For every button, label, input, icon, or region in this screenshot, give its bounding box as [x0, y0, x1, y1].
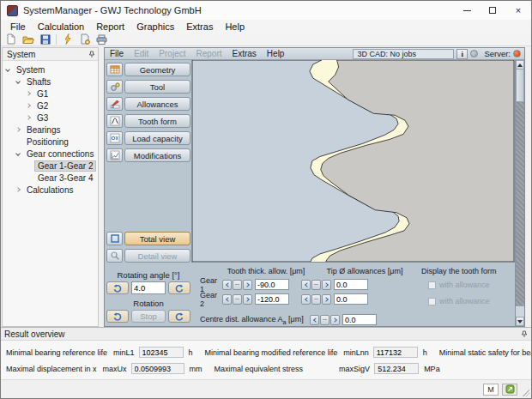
- gear1-tooth-decrease-button[interactable]: [222, 280, 232, 290]
- rotate-ccw-icon: [112, 311, 123, 322]
- tree-item-bearings[interactable]: Bearings: [3, 124, 98, 136]
- menu-extras[interactable]: Extras: [180, 20, 219, 33]
- result-min-bearing-life: Minimal bearing reference life minL1 h: [6, 347, 193, 358]
- geometry-button[interactable]: Geometry: [124, 63, 190, 76]
- rotate-ccw-button[interactable]: [106, 281, 129, 294]
- gear1-tip-reset-button[interactable]: [311, 280, 321, 290]
- tree-item-calculations[interactable]: Calculations: [3, 184, 98, 196]
- pin-icon[interactable]: [88, 51, 95, 58]
- centre-dist-reset-button[interactable]: [320, 315, 329, 325]
- gear2-tip-decrease-button[interactable]: [301, 294, 311, 305]
- chevron-right-icon[interactable]: [26, 103, 31, 108]
- tree-item-gear1-gear2[interactable]: Gear 1-Gear 2: [3, 160, 98, 172]
- tree-item-gear3-gear4[interactable]: Gear 3-Gear 4: [3, 172, 98, 184]
- tree-item-g2[interactable]: G2: [3, 100, 98, 112]
- modifications-button[interactable]: Modifications: [124, 148, 190, 162]
- chevron-right-icon[interactable]: [15, 127, 21, 132]
- gear2-tooth-increase-button[interactable]: [243, 294, 252, 305]
- magnifier-icon: [110, 251, 120, 261]
- info-icon: i: [462, 50, 464, 58]
- tooth-form-button[interactable]: Tooth form: [124, 114, 190, 128]
- tooth-form-icon-button[interactable]: [106, 114, 123, 128]
- load-capacity-button[interactable]: Load capacity: [124, 131, 190, 145]
- open-button[interactable]: [21, 33, 35, 45]
- scroll-up-button[interactable]: [516, 60, 524, 70]
- total-view-button[interactable]: Total view: [124, 232, 190, 245]
- gear2-tip-increase-button[interactable]: [322, 294, 331, 305]
- gear2-tip-allowance-input[interactable]: [334, 293, 368, 305]
- gv-menu-file[interactable]: File: [105, 49, 129, 58]
- close-button[interactable]: ×: [505, 1, 531, 20]
- rotation-ccw-button[interactable]: [106, 310, 129, 323]
- resize-grip[interactable]: [523, 390, 529, 396]
- new-document-button[interactable]: [3, 33, 18, 45]
- tree-item-g3[interactable]: G3: [3, 112, 98, 124]
- maximize-button[interactable]: [480, 1, 505, 20]
- info-button[interactable]: i: [456, 49, 468, 59]
- gear1-tooth-increase-button[interactable]: [243, 280, 252, 290]
- scrollbar-track[interactable]: [516, 102, 524, 305]
- allowances-button[interactable]: Allowances: [124, 97, 190, 111]
- gear1-tip-increase-button[interactable]: [322, 280, 331, 290]
- centre-dist-increase-button[interactable]: [330, 315, 340, 325]
- geometry-icon-button[interactable]: [106, 63, 123, 76]
- menu-file[interactable]: File: [4, 20, 32, 33]
- gear2-tooth-decrease-button[interactable]: [222, 294, 232, 305]
- m-status-button[interactable]: M: [483, 384, 499, 396]
- menu-graphics[interactable]: Graphics: [130, 20, 180, 33]
- print-button[interactable]: [94, 33, 109, 45]
- centre-distance-allowance-input[interactable]: [342, 314, 377, 325]
- dash-icon: [323, 319, 327, 321]
- chevron-right-icon[interactable]: [15, 187, 21, 192]
- gear1-tip-allowance-input[interactable]: [334, 279, 368, 290]
- minimize-button[interactable]: [454, 1, 480, 20]
- scrollbar-track-end[interactable]: [516, 305, 524, 317]
- report-button[interactable]: [77, 33, 92, 45]
- allowances-icon-button[interactable]: [106, 97, 123, 111]
- chevron-right-icon[interactable]: [26, 115, 31, 120]
- gv-menu-extras[interactable]: Extras: [227, 49, 262, 58]
- tool-button[interactable]: Tool: [124, 80, 190, 94]
- scrollbar-thumb[interactable]: [516, 70, 524, 102]
- gear2-allowance-row: Gear 2: [200, 292, 408, 306]
- tool-icon-button[interactable]: [106, 80, 123, 94]
- rotating-angle-input[interactable]: [131, 281, 166, 294]
- gear2-tip-reset-button[interactable]: [311, 294, 321, 305]
- total-view-icon-button[interactable]: [106, 232, 123, 245]
- tree-item-system[interactable]: System: [3, 63, 98, 76]
- sync-status-button[interactable]: [502, 384, 517, 396]
- dash-icon: [314, 284, 318, 286]
- chevron-down-icon[interactable]: [15, 79, 21, 84]
- chevron-right-icon[interactable]: [26, 91, 31, 96]
- tree-item-g1[interactable]: G1: [3, 88, 98, 100]
- save-button[interactable]: [38, 33, 52, 45]
- scroll-down-button[interactable]: [516, 317, 524, 326]
- tree-item-gear-connections[interactable]: Gear connections: [3, 148, 98, 160]
- rotate-cw-button[interactable]: [168, 281, 190, 294]
- gv-menu-help[interactable]: Help: [262, 49, 290, 58]
- menu-calculation[interactable]: Calculation: [32, 20, 90, 33]
- chevron-down-icon[interactable]: [15, 151, 21, 156]
- tree-item-shafts[interactable]: Shafts: [3, 76, 98, 88]
- modifications-icon-button[interactable]: [106, 148, 123, 162]
- minimize-icon: [463, 10, 471, 11]
- pin-icon[interactable]: [521, 330, 528, 338]
- gear1-tooth-reset-button[interactable]: [233, 280, 242, 290]
- calculate-button[interactable]: [60, 33, 75, 45]
- modifications-icon: [110, 150, 120, 160]
- detail-view-icon-button[interactable]: [106, 249, 123, 263]
- display-tooth-form-group: Display the tooth form with allowance wi…: [421, 267, 497, 326]
- gear1-tooth-allowance-input[interactable]: [255, 279, 289, 290]
- menu-report[interactable]: Report: [90, 20, 130, 33]
- gear2-tooth-allowance-input[interactable]: [255, 293, 289, 305]
- gear2-tooth-reset-button[interactable]: [233, 294, 242, 305]
- gear1-tip-decrease-button[interactable]: [301, 280, 311, 290]
- tip-allowances-header: Tip Ø allowances [μm]: [322, 267, 408, 277]
- centre-dist-decrease-button[interactable]: [310, 315, 319, 325]
- tree-item-positioning[interactable]: Positioning: [3, 136, 98, 148]
- menu-help[interactable]: Help: [219, 20, 251, 33]
- rotation-cw-button[interactable]: [168, 310, 190, 323]
- load-capacity-icon-button[interactable]: [106, 131, 123, 145]
- chevron-down-icon[interactable]: [5, 67, 10, 72]
- vertical-scrollbar[interactable]: [515, 60, 524, 326]
